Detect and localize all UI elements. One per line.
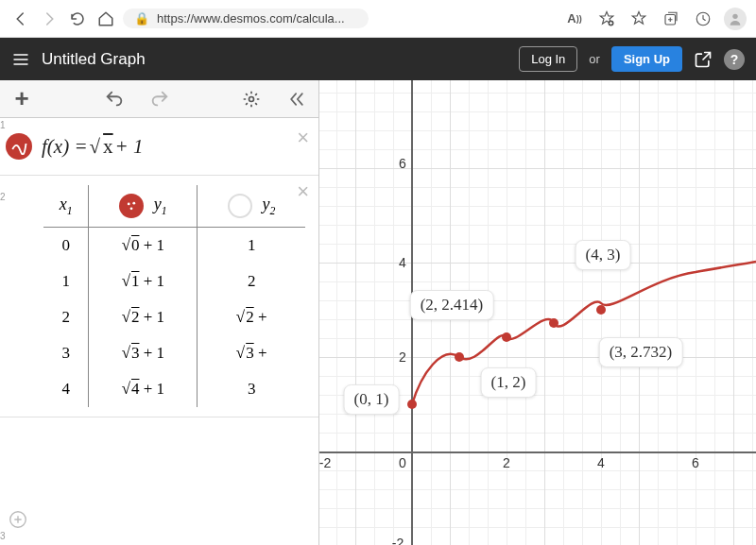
axis-label: 2 [503, 455, 510, 470]
table-row[interactable]: 2 √2 + 1 √2 + [43, 299, 305, 335]
series-toggle-icon[interactable] [119, 194, 144, 218]
collapse-panel-icon[interactable] [286, 89, 307, 110]
signup-button[interactable]: Sign Up [611, 46, 682, 72]
table-row[interactable]: 0 √0 + 1 1 [43, 228, 305, 264]
table-row[interactable]: 3 √3 + 1 √3 + [43, 335, 305, 371]
history-icon[interactable] [692, 8, 714, 30]
data-point[interactable] [407, 400, 417, 409]
expression-row-1[interactable]: f(x) = √x + 1 × [0, 118, 318, 176]
axis-label: -2 [319, 455, 331, 470]
panel-toolbar: + [0, 80, 318, 118]
svg-point-3 [732, 13, 737, 18]
axis-label: 4 [399, 255, 406, 270]
undo-icon[interactable] [104, 89, 125, 110]
point-label: (3, 2.732) [599, 337, 683, 367]
gear-icon[interactable] [241, 89, 262, 110]
app-header: Untitled Graph Log In or Sign Up ? [0, 38, 756, 80]
col-y1-header[interactable]: y1 [89, 185, 198, 228]
point-label: (4, 3) [576, 240, 631, 270]
svg-point-7 [130, 207, 133, 210]
graph-title[interactable]: Untitled Graph [42, 50, 146, 69]
svg-point-5 [128, 203, 130, 206]
data-point[interactable] [455, 352, 464, 362]
axis-label: 4 [597, 455, 605, 470]
keyboard-icon[interactable] [8, 509, 28, 534]
data-point[interactable] [549, 318, 558, 328]
expression-panel: 1 2 3 + f(x) = √x + 1 × [0, 80, 319, 545]
browser-toolbar: 🔒 https://www.desmos.com/calcula... A)) [0, 0, 756, 38]
close-icon[interactable]: × [297, 179, 309, 204]
redo-icon[interactable] [149, 89, 170, 110]
table-row[interactable]: 4 √4 + 1 3 [43, 371, 305, 407]
expression-formula[interactable]: f(x) = √x + 1 [42, 135, 144, 159]
series-toggle-icon[interactable] [228, 194, 252, 218]
axis-label: 6 [399, 156, 406, 171]
menu-icon[interactable] [11, 50, 30, 69]
data-point[interactable] [502, 332, 511, 342]
back-icon[interactable] [9, 8, 32, 30]
close-icon[interactable]: × [297, 126, 309, 150]
or-text: or [589, 52, 600, 66]
plotted-curve [319, 80, 756, 545]
col-y2-header[interactable]: y2 [198, 185, 305, 228]
table-row[interactable]: 1 √1 + 1 2 [43, 264, 305, 299]
add-expression-button[interactable]: + [11, 89, 32, 110]
share-icon[interactable] [694, 50, 713, 69]
axis-label: 2 [399, 349, 406, 365]
collections-icon[interactable] [660, 8, 682, 30]
login-button[interactable]: Log In [519, 46, 577, 72]
data-point[interactable] [596, 305, 606, 315]
forward-icon[interactable] [38, 8, 60, 30]
axis-label: -2 [392, 536, 404, 545]
bookmark-add-icon[interactable] [595, 8, 618, 30]
svg-point-6 [133, 202, 136, 205]
point-label: (0, 1) [344, 384, 400, 415]
url-text: https://www.desmos.com/calcula... [157, 11, 345, 26]
graph-canvas[interactable]: (0, 1) (1, 2) (2, 2.414) (3, 2.732) (4, … [319, 80, 756, 545]
point-label: (2, 2.414) [410, 290, 494, 320]
home-icon[interactable] [94, 8, 117, 30]
address-bar[interactable]: 🔒 https://www.desmos.com/calcula... [123, 9, 369, 28]
svg-point-4 [249, 96, 254, 101]
favorites-icon[interactable] [627, 8, 650, 30]
lock-icon: 🔒 [134, 11, 149, 26]
expression-icon[interactable] [6, 133, 32, 160]
values-table[interactable]: × x1 y1 y2 0 √0 + 1 1 [0, 176, 318, 417]
axis-label: 0 [399, 455, 406, 470]
col-x-header[interactable]: x1 [43, 185, 89, 228]
refresh-icon[interactable] [66, 8, 89, 30]
axis-label: 6 [692, 455, 699, 470]
read-aloud-icon[interactable]: A)) [563, 8, 586, 30]
help-icon[interactable]: ? [724, 49, 745, 70]
point-label: (1, 2) [481, 367, 537, 398]
profile-icon[interactable] [724, 8, 747, 30]
